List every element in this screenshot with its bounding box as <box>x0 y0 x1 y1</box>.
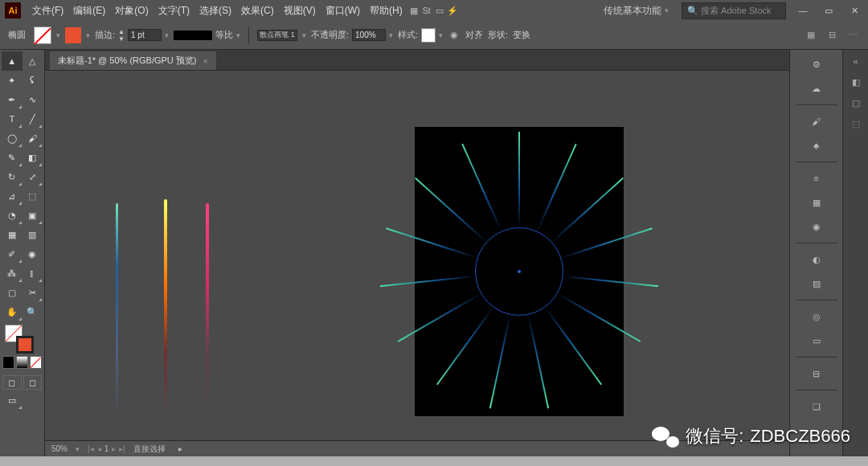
chevron-down-icon[interactable]: ▾ <box>302 31 306 39</box>
window-close[interactable]: ✕ <box>845 3 863 18</box>
shape-button[interactable]: 形状: <box>488 29 508 41</box>
rotate-tool[interactable]: ↻ <box>2 167 23 186</box>
menu-file[interactable]: 文件(F) <box>27 4 68 18</box>
ellipse-tool[interactable]: ◯ <box>2 129 23 148</box>
screen-mode[interactable]: ▭ <box>2 390 23 410</box>
transparency-panel-icon[interactable]: ▨ <box>805 272 828 295</box>
chevron-down-icon[interactable]: ▾ <box>165 31 169 39</box>
graphic-style-swatch[interactable] <box>421 28 436 43</box>
zoom-tool[interactable]: 🔍 <box>23 302 43 321</box>
zoom-level[interactable]: 50% <box>51 444 68 453</box>
perspective-tool[interactable]: ▣ <box>23 206 43 225</box>
window-minimize[interactable]: — <box>794 3 812 18</box>
brushes-panel-icon[interactable]: 🖌 <box>805 110 828 133</box>
pager-prev[interactable]: ◂ <box>97 444 101 453</box>
workspace-switcher[interactable]: 传统基本功能 ▾ <box>599 4 674 18</box>
direct-selection-tool[interactable]: △ <box>23 51 43 71</box>
close-tab-icon[interactable]: × <box>203 56 208 66</box>
graphic-styles-panel-icon[interactable]: ▭ <box>805 329 828 352</box>
menu-effect[interactable]: 效果(C) <box>236 4 279 18</box>
draw-normal[interactable]: ◻ <box>2 375 22 390</box>
slice-tool[interactable]: ✂ <box>23 283 43 302</box>
anchor-point[interactable] <box>518 270 521 273</box>
magic-wand-tool[interactable]: ✦ <box>2 71 23 90</box>
free-transform-tool[interactable]: ⬚ <box>23 186 43 206</box>
brush-definition[interactable]: 散点画笔 1 <box>257 30 297 41</box>
chevron-down-icon[interactable]: ▾ <box>86 31 90 39</box>
eyedropper-tool[interactable]: ✐ <box>2 244 23 264</box>
graph-tool[interactable]: ⫿ <box>23 264 43 283</box>
lasso-tool[interactable]: ʢ <box>23 71 43 90</box>
expand-panels-icon[interactable]: « <box>848 53 864 69</box>
isolate-icon[interactable]: ▦ <box>804 28 818 43</box>
color-panel-icon[interactable]: ◉ <box>805 215 828 238</box>
document-tab[interactable]: 未标题-1* @ 50% (RGB/GPU 预览) × <box>50 51 216 70</box>
brush-tool[interactable]: 🖌 <box>23 129 43 148</box>
page-number[interactable]: 1 <box>104 444 109 453</box>
menu-edit[interactable]: 编辑(E) <box>68 4 110 18</box>
gradient-panel-icon[interactable]: ◐ <box>805 248 828 271</box>
none-mode-chip[interactable] <box>30 356 42 369</box>
chevron-down-icon[interactable]: ▾ <box>76 445 80 453</box>
align-panel-icon[interactable]: ⊟ <box>805 362 828 385</box>
pen-tool[interactable]: ✒ <box>2 90 23 109</box>
symbol-sprayer-tool[interactable]: ⁂ <box>2 264 23 283</box>
line-tool[interactable]: ╱ <box>23 109 43 129</box>
appearance-panel-icon[interactable]: ◎ <box>805 305 828 328</box>
stroke-weight-input[interactable]: 1 pt <box>128 29 162 41</box>
mesh-tool[interactable]: ▦ <box>2 225 23 244</box>
shaper-tool[interactable]: ✎ <box>2 148 23 167</box>
chevron-down-icon[interactable]: ▾ <box>236 31 240 39</box>
align-label[interactable]: 对齐 <box>465 29 483 41</box>
chevron-down-icon[interactable]: ▾ <box>389 31 393 39</box>
stepper-up-icon[interactable]: ▲▼ <box>118 28 125 43</box>
menu-type[interactable]: 文字(T) <box>154 4 194 18</box>
scale-tool[interactable]: ⤢ <box>23 167 43 186</box>
swatches-panel-icon[interactable]: ▦ <box>805 191 828 214</box>
menu-window[interactable]: 窗口(W) <box>321 4 365 18</box>
menu-select[interactable]: 选择(S) <box>194 4 236 18</box>
type-tool[interactable]: T <box>2 109 23 129</box>
chevron-down-icon[interactable]: ▾ <box>439 31 443 39</box>
artboards-icon[interactable]: ▢ <box>848 95 864 111</box>
chevron-down-icon[interactable]: ▾ <box>56 31 60 39</box>
search-input[interactable]: 🔍 搜索 Adobe Stock <box>682 2 786 19</box>
scroll-thumb[interactable]: ▸ <box>178 444 182 453</box>
blend-tool[interactable]: ◉ <box>23 244 43 264</box>
draw-behind[interactable]: ◻ <box>23 375 43 390</box>
color-mode-chip[interactable] <box>2 356 14 369</box>
stroke-profile[interactable] <box>174 31 212 40</box>
properties-panel-icon[interactable]: ⚙ <box>805 53 828 76</box>
eraser-tool[interactable]: ◧ <box>23 148 43 167</box>
bridge-icon[interactable]: ▦ <box>407 4 420 17</box>
align-to-icon[interactable]: ⊟ <box>825 28 839 43</box>
artboard-tool[interactable]: ▢ <box>2 283 23 302</box>
menu-view[interactable]: 视图(V) <box>279 4 321 18</box>
selection-tool[interactable]: ▲ <box>2 51 23 71</box>
transform-label[interactable]: 变换 <box>513 29 530 41</box>
gpu-icon[interactable]: ⚡ <box>446 4 459 17</box>
symbols-panel-icon[interactable]: ♣ <box>805 134 828 157</box>
opacity-input[interactable]: 100% <box>352 29 386 41</box>
recolor-icon[interactable]: ◉ <box>448 29 461 42</box>
curve-tool[interactable]: ∿ <box>23 90 43 109</box>
menu-help[interactable]: 帮助(H) <box>365 4 407 18</box>
gradient-mode-chip[interactable] <box>16 356 28 369</box>
fill-stroke-control[interactable] <box>2 325 43 354</box>
fill-swatch[interactable] <box>34 27 51 44</box>
stroke-panel-icon[interactable]: ≡ <box>805 167 828 190</box>
more-icon[interactable]: ⋯ <box>845 28 860 43</box>
width-tool[interactable]: ⊿ <box>2 186 23 206</box>
pager-last[interactable]: ▸| <box>119 444 125 453</box>
arrange-icon[interactable]: ▭ <box>433 4 446 17</box>
stock-icon[interactable]: St <box>420 4 433 17</box>
shape-builder-tool[interactable]: ◔ <box>2 206 23 225</box>
hand-tool[interactable]: ✋ <box>2 302 23 321</box>
stroke-color[interactable] <box>16 336 34 354</box>
pager-next[interactable]: ▸ <box>112 444 116 453</box>
artboard[interactable] <box>415 127 624 416</box>
canvas[interactable] <box>45 71 789 440</box>
libraries-panel-icon[interactable]: ☁ <box>805 77 828 100</box>
pager-first[interactable]: |◂ <box>88 444 94 453</box>
color-guide-icon[interactable]: ◧ <box>848 74 864 90</box>
